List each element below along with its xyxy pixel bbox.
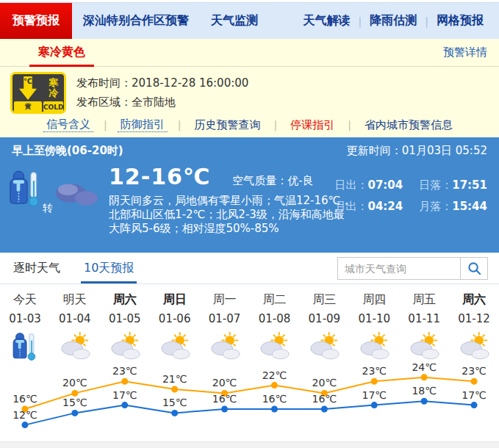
day-name: 周五	[399, 293, 449, 306]
day-icon-cell	[250, 330, 300, 364]
nav-right-item-0[interactable]: 天气解读	[295, 13, 359, 29]
day-column-01-05[interactable]: 周六01-05	[100, 293, 150, 364]
high-temp-label: 24℃	[412, 364, 437, 373]
air-quality: 空气质量：优-良	[232, 174, 313, 188]
day-icon-cell	[0, 330, 50, 364]
nav-tab-warning-forecast[interactable]: 预警预报	[0, 3, 72, 39]
low-temp-label: 17℃	[362, 389, 387, 401]
alert-meta: 发布时间：2018-12-28 16:00:00 发布区域：全市陆地	[76, 72, 248, 114]
high-temp-label: 20℃	[312, 377, 337, 389]
forecast-tab-1[interactable]: 10天预报	[81, 261, 137, 283]
nav-right-item-2[interactable]: 网格预报	[428, 13, 492, 29]
high-temp-label: 20℃	[212, 377, 237, 389]
sun-moon-cell-2: 月出：04:24	[335, 200, 403, 214]
sun-moon-label: 日落：	[419, 178, 452, 192]
high-temp-line	[25, 377, 474, 409]
day-column-01-04[interactable]: 明天01-04	[50, 293, 100, 364]
partly-cloudy-icon	[257, 331, 291, 362]
sun-moon-value: 17:51	[452, 178, 487, 192]
ten-day-grid: 今天01-03 明天01-04 周六01-05 周日01-06 周一01-07	[0, 284, 499, 364]
high-temp-label: 20℃	[62, 377, 87, 389]
day-icon-cell	[349, 330, 399, 364]
alert-link-3[interactable]: 停课指引	[287, 118, 337, 132]
link-separator: |	[348, 119, 351, 131]
current-temp-row: 12-16℃ 空气质量：优-良	[109, 164, 355, 189]
air-quality-value: 优-良	[287, 174, 313, 187]
search-button[interactable]	[460, 257, 488, 280]
day-date: 01-03	[0, 313, 50, 325]
day-column-01-06[interactable]: 周日01-06	[150, 293, 200, 364]
alert-detail-link[interactable]: 预警详情	[443, 46, 487, 59]
nav-right-item-1[interactable]: 降雨估测	[362, 13, 425, 29]
temperature-range: 12-16℃	[109, 164, 210, 189]
alert-link-2[interactable]: 历史预警查询	[192, 118, 264, 132]
warning-name-char1: 寒	[43, 78, 63, 88]
day-column-01-08[interactable]: 周二01-08	[250, 293, 300, 364]
day-icon-cell	[50, 330, 100, 364]
low-temp-point	[421, 398, 428, 405]
link-separator: |	[104, 119, 107, 131]
high-temp-point	[471, 378, 478, 385]
current-weather-icons: 转	[6, 167, 105, 218]
current-weather-panel: 早上至傍晚(06-20时) 更新时间：01月03日 05:52 转 12-16℃…	[0, 137, 499, 253]
alert-link-4[interactable]: 省内城市预警信息	[362, 118, 456, 132]
day-date: 01-04	[50, 313, 100, 325]
day-column-01-09[interactable]: 周三01-09	[299, 293, 349, 364]
high-temp-point	[71, 390, 78, 397]
temperature-down-arrow-icon: ℃	[19, 76, 37, 100]
day-name: 周三	[299, 293, 349, 306]
day-icon-cell	[150, 330, 200, 364]
nav-left-items: 深汕特别合作区预警天气监测	[72, 3, 269, 39]
panel-head: 早上至傍晚(06-20时) 更新时间：01月03日 05:52	[0, 137, 499, 158]
day-column-01-12[interactable]: 周六01-12	[449, 293, 499, 364]
sun-moon-label: 月出：	[335, 200, 368, 213]
nav-right-items: 天气解读|降雨估测|网格预报	[295, 3, 499, 39]
overcast-icon	[54, 180, 99, 206]
day-date: 01-12	[449, 313, 499, 325]
forecast-tabs-bar: 逐时天气10天预报	[0, 253, 499, 284]
day-column-01-03[interactable]: 今天01-03	[0, 293, 50, 364]
overcast-cloud-icon	[54, 180, 99, 209]
sun-moon-value: 04:24	[368, 200, 403, 213]
day-column-01-11[interactable]: 周五01-11	[399, 293, 449, 364]
low-temp-point	[371, 402, 378, 408]
low-temp-label: 17℃	[462, 389, 487, 401]
cold-person-icon	[7, 169, 43, 209]
nav-item-0[interactable]: 深汕特别合作区预警	[72, 3, 200, 39]
publish-time-row: 发布时间：2018-12-28 16:00:00	[76, 73, 248, 93]
day-column-01-07[interactable]: 周一01-07	[200, 293, 250, 364]
publish-area-value: 全市陆地	[132, 95, 176, 109]
low-temp-point	[221, 406, 228, 413]
day-date: 01-10	[349, 313, 399, 325]
nav-item-1[interactable]: 天气监测	[200, 3, 269, 39]
low-temp-label: 16℃	[312, 393, 337, 405]
low-temp-point	[471, 402, 478, 408]
high-temp-label: 23℃	[362, 365, 387, 377]
forecast-tab-0[interactable]: 逐时天气	[10, 261, 63, 283]
high-temp-point	[271, 382, 278, 389]
nav-spacer	[269, 3, 295, 39]
sun-moon-value: 07:04	[368, 178, 403, 192]
sun-moon-times: 日出：07:04日落：17:51月出：04:24月落：15:44	[335, 178, 488, 214]
city-search-input[interactable]	[337, 257, 460, 280]
partly-cloudy-icon	[407, 331, 441, 362]
high-temp-label: 16℃	[12, 393, 37, 405]
current-weather-main: 12-16℃ 空气质量：优-良 阴天间多云，局地偶有零星小雨；气温12-16℃，…	[109, 164, 355, 236]
transition-label: 转	[43, 202, 53, 215]
alert-level-tab[interactable]: 寒冷黄色	[29, 39, 94, 67]
alert-link-0[interactable]: 信号含义	[43, 118, 93, 132]
day-date: 01-08	[250, 313, 300, 325]
day-date: 01-07	[200, 313, 250, 325]
update-time-label: 更新时间：	[347, 144, 402, 157]
city-search-box	[337, 257, 488, 280]
period-title: 早上至傍晚(06-20时)	[12, 144, 123, 158]
temperature-chart: 16℃20℃23℃21℃20℃22℃20℃23℃24℃23℃12℃15℃17℃1…	[0, 364, 499, 441]
partly-cloudy-icon	[58, 331, 92, 362]
day-date: 01-11	[399, 313, 449, 325]
alert-link-1[interactable]: 防御指引	[118, 118, 168, 132]
low-temp-point	[271, 406, 278, 413]
low-temp-label: 15℃	[62, 397, 87, 408]
partly-cloudy-icon	[108, 331, 142, 362]
top-navigation: 预警预报 深汕特别合作区预警天气监测 天气解读|降雨估测|网格预报	[0, 3, 499, 39]
day-column-01-10[interactable]: 周四01-10	[349, 293, 399, 364]
